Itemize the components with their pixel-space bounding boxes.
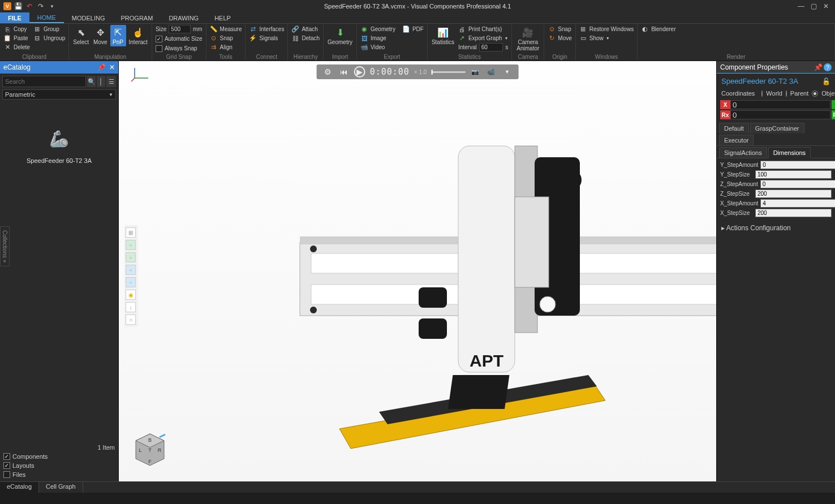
tab-signal[interactable]: SignalActions xyxy=(719,147,767,158)
export-graph-button[interactable]: ↗Export Graph▼ xyxy=(457,34,509,42)
collections-tab[interactable]: Collections » xyxy=(0,226,10,266)
close-panel-icon[interactable]: ✕ xyxy=(109,63,115,71)
list-view-button[interactable]: ☰ xyxy=(106,76,116,87)
tab-default[interactable]: Default xyxy=(719,123,749,133)
rewind-button[interactable]: ⏮ xyxy=(338,66,350,77)
viewport-3d[interactable]: ⚙ ⏮ ▶ 0:00:00 × 1.0 📷 📹 ▼ ⊞ ▫ ▫ ▫ ▫ ◉ ↓ … xyxy=(119,61,716,481)
ungroup-button[interactable]: ⊟Ungroup xyxy=(32,34,66,42)
radio-object[interactable] xyxy=(812,91,818,97)
x-stepamount-input[interactable] xyxy=(760,199,835,208)
tab-grasp[interactable]: GraspContainer xyxy=(750,123,804,133)
move-button[interactable]: ✥Move xyxy=(92,25,109,46)
menu-home[interactable]: HOME xyxy=(29,12,64,23)
export-video-button[interactable]: 📹Video xyxy=(359,43,425,51)
robot-model[interactable]: APT xyxy=(277,95,716,480)
copy-button[interactable]: ⎘Copy xyxy=(2,25,31,33)
restore-windows-button[interactable]: ⊞Restore Windows xyxy=(578,25,635,33)
play-button[interactable]: ▶ xyxy=(354,66,365,77)
vp-tool-4[interactable]: ▫ xyxy=(126,265,136,275)
bottom-tab-ecatalog[interactable]: eCatalog xyxy=(0,482,39,493)
speed-indicator[interactable]: × 1.0 xyxy=(414,69,427,75)
menu-modeling[interactable]: MODELING xyxy=(64,12,113,23)
attach-button[interactable]: 🔗Attach xyxy=(290,25,321,33)
search-input[interactable] xyxy=(2,76,86,87)
measure-button[interactable]: 📏Measure xyxy=(209,25,243,33)
tab-executor[interactable]: Executor xyxy=(719,135,754,145)
expand-icon[interactable]: ▼ xyxy=(501,66,513,77)
menu-file[interactable]: FILE xyxy=(0,12,29,23)
undo-icon[interactable]: ↶ xyxy=(25,2,34,11)
tab-dimensions[interactable]: Dimensions xyxy=(768,147,811,158)
pnp-button[interactable]: ⇱PnP xyxy=(110,25,126,46)
close-icon[interactable]: ✕ xyxy=(821,2,830,11)
redo-icon[interactable]: ↷ xyxy=(36,2,45,11)
qat-dropdown-icon[interactable]: ▼ xyxy=(48,2,57,11)
y-stepamount-input[interactable] xyxy=(760,161,835,169)
category-combo[interactable]: Parametric ▼ xyxy=(2,89,116,100)
snap-button[interactable]: ⊙Snap xyxy=(209,34,243,42)
layouts-checkbox[interactable]: Layouts xyxy=(3,461,115,470)
timeline-slider[interactable] xyxy=(431,71,465,73)
vp-tool-3[interactable]: ▫ xyxy=(126,252,136,262)
y-stepsize-input[interactable] xyxy=(755,170,832,179)
menu-drawing[interactable]: DRAWING xyxy=(161,12,206,23)
vp-tool-2[interactable]: ▫ xyxy=(126,240,136,250)
x-stepsize-input[interactable] xyxy=(755,209,832,217)
show-button[interactable]: ▭Show▼ xyxy=(578,34,635,42)
interfaces-button[interactable]: ⇄Interfaces xyxy=(248,25,285,33)
detach-button[interactable]: ⛓Detach xyxy=(290,34,321,42)
vp-tool-5[interactable]: ▫ xyxy=(126,277,136,287)
catalog-item-thumb[interactable]: 🦾 xyxy=(45,124,74,153)
interact-button[interactable]: ☝Interact xyxy=(127,25,149,46)
export-image-button[interactable]: 🖼Image xyxy=(359,34,425,42)
x-input[interactable] xyxy=(730,100,830,109)
print-charts-button[interactable]: 🖨Print Chart(s) xyxy=(457,25,509,33)
select-button[interactable]: ⬉Select xyxy=(71,25,91,46)
vp-tool-6[interactable]: ◉ xyxy=(126,290,136,300)
camera-record-icon[interactable]: 📷 xyxy=(470,66,481,77)
components-checkbox[interactable]: Components xyxy=(3,452,115,461)
align-button[interactable]: ⇉Align xyxy=(209,43,243,51)
group-button[interactable]: ⊞Group xyxy=(32,25,66,33)
clear-search-button[interactable]: │ xyxy=(97,76,105,87)
actions-config-expander[interactable]: ▸ Actions Configuration xyxy=(717,221,835,235)
help-icon[interactable]: ? xyxy=(824,63,832,71)
video-record-icon[interactable]: 📹 xyxy=(485,66,497,77)
auto-size-toggle[interactable]: Automatic Size xyxy=(154,35,204,43)
delete-button[interactable]: ✕Delete xyxy=(2,43,31,51)
export-geometry-button[interactable]: ◉Geometry xyxy=(359,25,397,33)
import-geometry-button[interactable]: ⬇Geometry xyxy=(326,25,354,46)
z-stepamount-input[interactable] xyxy=(760,180,835,188)
menu-program[interactable]: PROGRAM xyxy=(113,12,161,23)
signals-button[interactable]: ⚡Signals xyxy=(248,34,285,42)
interval-input[interactable] xyxy=(479,43,503,51)
settings-icon[interactable]: ⚙ xyxy=(322,66,334,77)
vp-tool-7[interactable]: ↓ xyxy=(126,302,136,312)
origin-move-button[interactable]: ↻Move xyxy=(546,34,573,42)
save-icon[interactable]: 💾 xyxy=(14,2,23,11)
menu-help[interactable]: HELP xyxy=(206,12,239,23)
camera-animator-button[interactable]: 🎥Camera Animator xyxy=(514,25,541,53)
export-pdf-button[interactable]: 📄PDF xyxy=(401,25,425,33)
vp-tool-1[interactable]: ⊞ xyxy=(126,227,136,238)
search-button[interactable]: 🔍 xyxy=(87,76,96,87)
always-snap-toggle[interactable]: Always Snap xyxy=(154,44,204,53)
paste-button[interactable]: 📋Paste xyxy=(2,34,31,42)
pin-icon[interactable]: 📌 xyxy=(814,63,823,71)
vp-tool-8[interactable]: ○ xyxy=(126,315,136,325)
z-stepsize-input[interactable] xyxy=(755,189,832,198)
origin-snap-button[interactable]: ⊙Snap xyxy=(546,25,573,33)
radio-world[interactable] xyxy=(761,91,763,97)
size-input[interactable] xyxy=(169,25,191,33)
maximize-icon[interactable]: ▢ xyxy=(809,2,818,11)
lock-icon[interactable]: 🔓 xyxy=(822,77,830,85)
navigation-cube[interactable]: B L T R F xyxy=(130,430,170,470)
rx-input[interactable] xyxy=(730,110,830,119)
blenderer-button[interactable]: ◐Blenderer xyxy=(640,25,677,33)
radio-parent[interactable] xyxy=(786,91,787,97)
files-checkbox[interactable]: Files xyxy=(3,470,115,479)
minimize-icon[interactable]: — xyxy=(797,2,806,11)
statistics-button[interactable]: 📊Statistics xyxy=(430,25,456,46)
pin-icon[interactable]: 📌 xyxy=(97,63,106,71)
bottom-tab-cellgraph[interactable]: Cell Graph xyxy=(39,482,83,493)
